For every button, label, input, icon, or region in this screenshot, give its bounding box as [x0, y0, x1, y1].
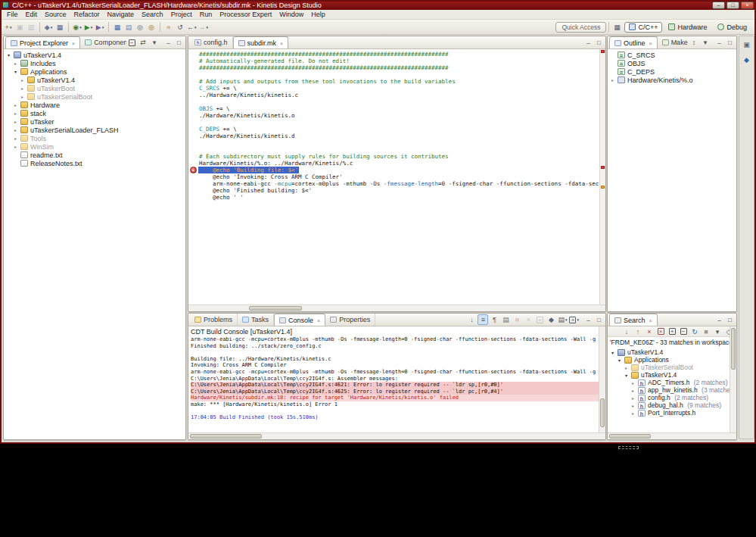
console-tab-properties[interactable]: Properties: [325, 314, 375, 326]
back-dropdown[interactable]: ▾: [194, 25, 197, 30]
minimize-window-button[interactable]: –: [712, 2, 725, 9]
close-console-tab-icon[interactable]: ×: [317, 318, 320, 323]
menu-processor-expert[interactable]: Processor Expert: [216, 11, 275, 18]
console-tab-tasks[interactable]: Tasks: [238, 314, 274, 326]
tree-item-applications[interactable]: ▾Applications: [4, 67, 185, 76]
error-marker-icon[interactable]: ×: [190, 167, 197, 173]
tree-item-tools[interactable]: ▸Tools: [4, 134, 185, 142]
editor-line[interactable]: @echo 'Building file: $<': [198, 167, 599, 173]
editor-line[interactable]: C_SRCS += \: [198, 85, 599, 92]
search-history-icon[interactable]: ▾: [712, 326, 723, 337]
search-vscrollbar[interactable]: [730, 326, 736, 432]
console-tab-console[interactable]: Console×: [274, 314, 325, 326]
tree-expanded-arrow[interactable]: ▾: [13, 69, 18, 74]
editor-line[interactable]: @echo 'Finished building: $<': [198, 187, 599, 194]
sort-icon[interactable]: ↕: [689, 37, 699, 48]
tree-item-hardware[interactable]: ▸Hardware: [4, 101, 185, 109]
close-explorer-tab-icon[interactable]: ×: [72, 41, 75, 46]
menu-window[interactable]: Window: [275, 11, 307, 18]
close-editor-tab-icon[interactable]: ×: [280, 41, 283, 46]
console-line[interactable]: 17:04:05 Build Finished (took 15s.510ms): [191, 414, 599, 421]
expand-all-icon[interactable]: +: [667, 326, 677, 337]
tree-item-stack[interactable]: ▸stack: [4, 109, 185, 117]
maximize-window-button[interactable]: □: [726, 2, 739, 9]
debug-icon[interactable]: ◉▾: [72, 22, 82, 33]
editor-line[interactable]: [198, 71, 599, 78]
console-line[interactable]: C:\Users\Jenia\AppData\Local\Temp\ccy2IG…: [191, 382, 599, 389]
tree-item-utaskerv1-4[interactable]: ▾uTaskerV1.4: [4, 51, 185, 59]
new-c-project-icon[interactable]: ▦: [112, 22, 123, 33]
open-element-icon[interactable]: ◎: [135, 22, 145, 33]
tree-expanded-arrow[interactable]: ▾: [6, 52, 11, 58]
outline-list[interactable]: =C_SRCS=OBJS=C_DEPS▸Hardware/Kinetis/%.o: [608, 49, 736, 84]
console-line[interactable]: [191, 349, 599, 356]
minimize-view-icon[interactable]: –: [584, 315, 593, 324]
word-wrap-icon[interactable]: ¶: [489, 314, 499, 325]
menu-edit[interactable]: Edit: [22, 11, 42, 18]
tree-item-adc-timers-h[interactable]: ▸hADC_Timers.h (2 matches): [608, 379, 736, 386]
menu-file[interactable]: File: [3, 11, 22, 18]
console-line[interactable]: Building file: ../Hardware/Kinetis/kinet…: [191, 356, 599, 363]
outline-tab-outline[interactable]: Outline×: [609, 36, 658, 48]
cancel-search-icon[interactable]: ■: [701, 326, 711, 337]
console-line[interactable]: arm-none-eabi-gcc -mcpu=cortex-m0plus -m…: [191, 336, 599, 343]
tree-item-objs[interactable]: =OBJS: [608, 59, 736, 67]
close-search-tab-icon[interactable]: ×: [649, 318, 652, 323]
open-console-icon[interactable]: +▾: [568, 314, 580, 325]
terminate-icon[interactable]: ■: [512, 314, 522, 325]
editor-line[interactable]: [198, 146, 599, 153]
menu-source[interactable]: Source: [41, 11, 70, 18]
show-previous-match-icon[interactable]: ↑: [633, 326, 643, 337]
mark-occurrences-icon[interactable]: ≈: [163, 22, 174, 33]
run-dropdown[interactable]: ▾: [91, 25, 93, 30]
palette-icon[interactable]: ◆: [742, 55, 752, 65]
tree-item-applications[interactable]: ▾Applications: [608, 356, 736, 364]
editor-line[interactable]: C_DEPS += \: [198, 126, 599, 133]
search-hscrollbar[interactable]: [608, 432, 736, 439]
search-tree[interactable]: ▾uTaskerV1.4▾Applications▸uTaskerSerialB…: [608, 347, 736, 417]
perspective-hardware[interactable]: Hardware: [664, 22, 711, 33]
remove-all-matches-icon[interactable]: ×: [655, 326, 666, 337]
editor-line[interactable]: ../Hardware/Kinetis/kinetis.c: [198, 92, 599, 98]
explorer-tree[interactable]: ▾uTaskerV1.4▸Includes▾Applications▸uTask…: [4, 49, 185, 167]
console-vscrollbar[interactable]: [599, 326, 605, 432]
new-wizard-icon[interactable]: +▾: [3, 22, 14, 33]
console-line[interactable]: C:\Users\Jenia\AppData\Local\Temp\ccy2IG…: [191, 389, 599, 395]
menu-navigate[interactable]: Navigate: [104, 11, 138, 18]
tree-item-utasker[interactable]: ▸uTasker: [4, 117, 185, 126]
overview-ruler[interactable]: [599, 49, 605, 304]
tree-item-app-hw-kinetis-h[interactable]: ▸happ_hw_kinetis.h (3 matches): [608, 386, 736, 394]
menu-help[interactable]: Help: [307, 11, 329, 18]
quick-access-button[interactable]: Quick Access: [555, 22, 606, 33]
editor-line[interactable]: Hardware/Kinetis/%.o: ../Hardware/Kineti…: [198, 160, 599, 167]
tree-item-debug-hal-h[interactable]: ▸hdebug_hal.h (9 matches): [608, 401, 736, 409]
build-active-config-dropdown[interactable]: ▾: [51, 25, 53, 30]
console-line[interactable]: Invoking: Cross ARM C Compiler: [191, 362, 599, 369]
editor-hscrollbar[interactable]: [188, 304, 605, 311]
tree-collapsed-arrow[interactable]: ▸: [20, 86, 25, 91]
outline-tab-make-ta[interactable]: Make Ta...: [658, 36, 689, 48]
show-next-match-icon[interactable]: ↓: [621, 326, 632, 337]
editor-line[interactable]: ########################################…: [198, 51, 599, 58]
remove-launch-icon[interactable]: ×: [523, 314, 534, 325]
tree-collapsed-arrow[interactable]: ▸: [630, 411, 636, 416]
editor-line[interactable]: OBJS += \: [198, 105, 599, 112]
console-line[interactable]: [191, 408, 599, 415]
editor-line[interactable]: @echo 'Invoking: Cross ARM C Compiler': [198, 173, 599, 180]
restore-view-icon[interactable]: ▣: [742, 39, 752, 50]
tree-collapsed-arrow[interactable]: ▸: [610, 77, 615, 83]
editor-line[interactable]: # Each subdirectory must supply rules fo…: [198, 153, 599, 160]
minimize-view-icon[interactable]: –: [584, 38, 593, 47]
view-menu-icon[interactable]: ▾: [149, 37, 160, 48]
tree-collapsed-arrow[interactable]: ▸: [20, 94, 25, 99]
last-edit-location-icon[interactable]: ↺: [175, 22, 185, 33]
new-source-file-icon[interactable]: ▤: [123, 22, 134, 33]
search-icon[interactable]: ◎: [146, 22, 157, 33]
tree-item-config-h[interactable]: ▸hconfig.h (2 matches): [608, 394, 736, 401]
editor-line[interactable]: [198, 98, 599, 105]
title-bar[interactable]: C/C++ - uTaskerV1.4/uTaskerSerialLoader_…: [0, 0, 756, 10]
minimize-view-icon[interactable]: –: [715, 38, 723, 47]
open-console-dropdown[interactable]: ▾: [577, 317, 579, 322]
tree-collapsed-arrow[interactable]: ▸: [630, 403, 636, 408]
tree-expanded-arrow[interactable]: ▾: [617, 357, 622, 363]
